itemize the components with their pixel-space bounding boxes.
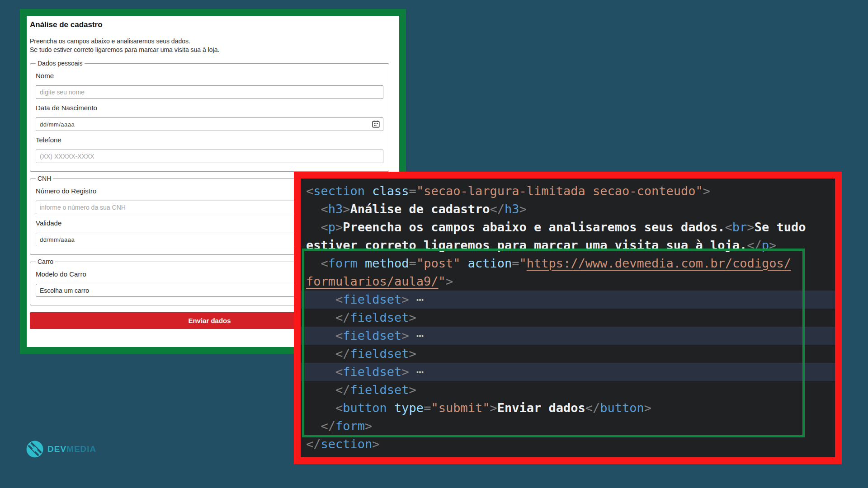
code-line: <section class="secao-largura-limitada s…: [301, 182, 835, 200]
code-line: <fieldset> ⋯: [301, 327, 835, 345]
telefone-input[interactable]: [36, 150, 383, 163]
form-intro-line1: Preencha os campos abaixo e analisaremos…: [30, 38, 190, 45]
code-line: formularios/aula9/">: [301, 272, 835, 291]
legend-carro: Carro: [36, 258, 55, 265]
fieldset-dados-pessoais: Dados pessoais Nome Data de Nascimento: [30, 60, 389, 172]
code-editor-panel: <section class="secao-largura-limitada s…: [294, 172, 842, 464]
code-line: <fieldset> ⋯: [301, 291, 835, 309]
logo-text-dev: DEV: [47, 444, 66, 454]
desktop-background: Análise de cadastro Preencha os campos a…: [0, 0, 868, 488]
form-intro-line2: Se tudo estiver correto ligaremos para m…: [30, 46, 219, 53]
code-line: </fieldset>: [301, 381, 835, 399]
code-line: </fieldset>: [301, 309, 835, 327]
birthdate-input[interactable]: [36, 117, 383, 131]
devmedia-logo: DEVMEDIA: [26, 441, 96, 458]
code-line: estiver correto ligaremos para marcar um…: [301, 236, 835, 254]
nome-input[interactable]: [36, 85, 383, 99]
legend-cnh: CNH: [36, 175, 53, 182]
form-title: Análise de cadastro: [30, 20, 389, 29]
code-line: </fieldset>: [301, 345, 835, 363]
calendar-icon[interactable]: [372, 120, 380, 130]
devmedia-logo-icon: [26, 441, 43, 458]
label-telefone: Telefone: [36, 136, 383, 144]
legend-dados-pessoais: Dados pessoais: [36, 60, 85, 67]
code-line: </form>: [301, 417, 835, 435]
code-line: </section>: [301, 435, 835, 453]
logo-text-media: MEDIA: [66, 444, 96, 454]
label-nome: Nome: [36, 71, 383, 80]
code-area[interactable]: <section class="secao-largura-limitada s…: [301, 178, 835, 457]
label-data-nascimento: Data de Nascimento: [36, 103, 383, 112]
devmedia-logo-text: DEVMEDIA: [47, 444, 96, 454]
code-line: <fieldset> ⋯: [301, 363, 835, 381]
code-line: <form method="post" action="https://www.…: [301, 254, 835, 272]
code-line: <h3>Análise de cadastro</h3>: [301, 200, 835, 218]
birthdate-field: [36, 117, 383, 131]
code-line: <p>Preencha os campos abaixo e analisare…: [301, 218, 835, 236]
code-line: <button type="submit">Enviar dados</butt…: [301, 399, 835, 417]
car-model-select-value: Escolha um carro: [40, 287, 89, 294]
form-intro: Preencha os campos abaixo e analisaremos…: [30, 37, 389, 54]
